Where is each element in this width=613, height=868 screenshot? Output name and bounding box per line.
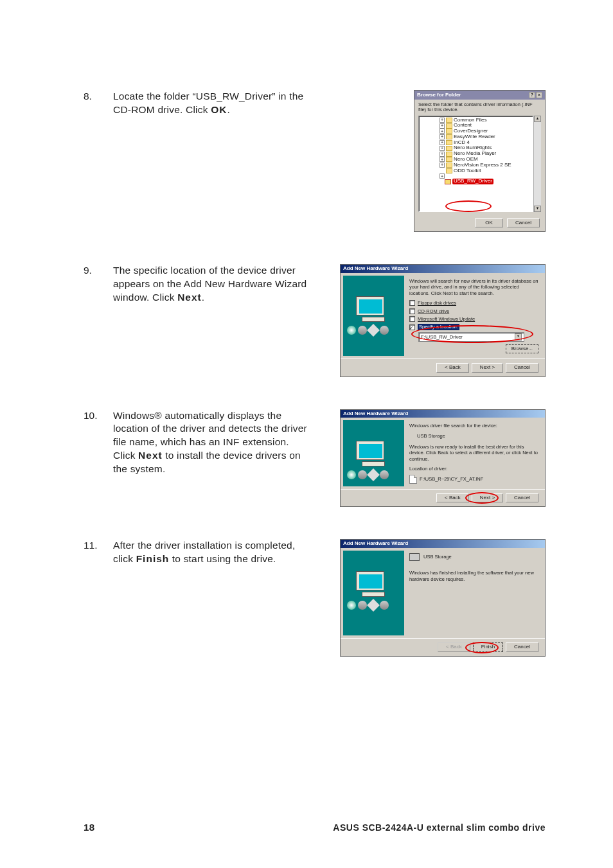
scroll-up-icon[interactable]: ▲ bbox=[534, 116, 541, 122]
win10-titlebar: Add New Hardware Wizard bbox=[341, 410, 545, 418]
win10-title: Add New Hardware Wizard bbox=[343, 411, 408, 417]
checkbox[interactable] bbox=[409, 316, 415, 322]
step-10: 10. Windows® automatically displays the … bbox=[84, 409, 546, 508]
checkbox-checked[interactable] bbox=[409, 324, 415, 330]
wizard-graphic bbox=[343, 276, 404, 356]
cancel-button[interactable]: Cancel bbox=[506, 642, 538, 652]
check-label: Microsoft Windows Update bbox=[418, 316, 475, 322]
win10-loclabel: Location of driver: bbox=[409, 466, 538, 472]
win11-title: Add New Hardware Wizard bbox=[343, 541, 408, 547]
step-9-text-a: The specific location of the device driv… bbox=[113, 265, 306, 303]
footer-title: ASUS SCB-2424A-U external slim combo dri… bbox=[333, 822, 546, 833]
step-11-text-b: to start using the drive. bbox=[169, 553, 276, 564]
cancel-button[interactable]: Cancel bbox=[506, 363, 538, 373]
wizard-graphic bbox=[343, 551, 404, 635]
folder-tree[interactable]: +Common Files +Content +CoverDesigner +E… bbox=[418, 116, 533, 212]
step-10-bold: Next bbox=[138, 450, 163, 461]
step-11: 11. After the driver installation is com… bbox=[84, 539, 546, 657]
win9-top-text: Windows will search for new drivers in i… bbox=[409, 278, 538, 296]
page-number: 18 bbox=[84, 822, 95, 833]
step-8-text: Locate the folder “USB_RW_Driver” in the… bbox=[113, 90, 308, 117]
device-icon bbox=[409, 553, 420, 561]
step-10-text: Windows® automatically displays the loca… bbox=[113, 409, 308, 477]
page-footer: 18 ASUS SCB-2424A-U external slim combo … bbox=[84, 822, 546, 833]
tree-item[interactable]: ODD Toolkit bbox=[454, 168, 481, 174]
check-label: CD-ROM drive bbox=[418, 308, 449, 314]
wizard-window-11: Add New Hardware Wizard USB Storage Wind… bbox=[340, 539, 546, 657]
win11-titlebar: Add New Hardware Wizard bbox=[341, 540, 545, 548]
tree-highlighted[interactable]: USB_RW_Driver bbox=[452, 179, 493, 184]
cancel-button[interactable]: Cancel bbox=[506, 493, 538, 503]
win8-titlebar: Browse for Folder ? × bbox=[414, 91, 545, 100]
step-9-number: 9. bbox=[84, 264, 113, 305]
page-body: 8. Locate the folder “USB_RW_Driver” in … bbox=[0, 0, 613, 657]
back-button[interactable]: < Back bbox=[436, 493, 469, 503]
highlight-ring bbox=[465, 642, 499, 653]
help-icon[interactable]: ? bbox=[529, 92, 535, 98]
win8-instruction: Select the folder that contains driver i… bbox=[418, 102, 541, 113]
close-icon[interactable]: × bbox=[536, 92, 542, 98]
step-8-text-b: . bbox=[227, 104, 230, 115]
browse-folder-window: Browse for Folder ? × Select the folder … bbox=[414, 90, 546, 232]
wizard-window-9: Add New Hardware Wizard Windows will sea… bbox=[340, 264, 546, 376]
wizard-graphic bbox=[343, 420, 404, 486]
scrollbar[interactable]: ▲ ▼ bbox=[533, 116, 541, 212]
step-8-text-a: Locate the folder “USB_RW_Driver” in the… bbox=[113, 91, 303, 115]
checkbox[interactable] bbox=[409, 308, 415, 314]
wizard-window-10: Add New Hardware Wizard Windows driver f… bbox=[340, 409, 546, 508]
step-11-bold: Finish bbox=[136, 553, 170, 564]
win8-title: Browse for Folder bbox=[417, 93, 461, 98]
step-8-number: 8. bbox=[84, 90, 113, 117]
step-9-text: The specific location of the device driv… bbox=[113, 264, 308, 305]
win10-path: F:\USB_R~29\CY_FX_AT.INF bbox=[420, 476, 483, 482]
win9-titlebar: Add New Hardware Wizard bbox=[341, 265, 545, 273]
back-button[interactable]: < Back bbox=[436, 363, 469, 373]
browse-button[interactable]: Browse... bbox=[506, 344, 538, 353]
cancel-button[interactable]: Cancel bbox=[507, 218, 540, 228]
step-9-text-b: . bbox=[202, 292, 205, 303]
scroll-down-icon[interactable]: ▼ bbox=[534, 206, 541, 212]
ok-button[interactable]: OK bbox=[475, 218, 503, 228]
win10-device: USB Storage bbox=[417, 433, 538, 439]
win11-device: USB Storage bbox=[423, 554, 452, 560]
step-9: 9. The specific location of the device d… bbox=[84, 264, 546, 376]
win9-title: Add New Hardware Wizard bbox=[343, 266, 408, 272]
win10-top-text: Windows driver file search for the devic… bbox=[409, 423, 538, 429]
next-button[interactable]: Next > bbox=[472, 363, 503, 373]
checkbox[interactable] bbox=[409, 300, 415, 306]
check-label: Floppy disk drives bbox=[418, 300, 456, 306]
step-11-text: After the driver installation is complet… bbox=[113, 539, 308, 566]
win11-message: Windows has finished installing the soft… bbox=[409, 570, 538, 582]
step-11-number: 11. bbox=[84, 539, 113, 566]
step-8-bold: OK bbox=[211, 104, 227, 115]
document-icon bbox=[409, 475, 417, 484]
step-8: 8. Locate the folder “USB_RW_Driver” in … bbox=[84, 90, 546, 232]
step-10-number: 10. bbox=[84, 409, 113, 477]
win10-mid-text: Windows is now ready to install the best… bbox=[409, 444, 538, 462]
step-9-bold: Next bbox=[177, 292, 202, 303]
